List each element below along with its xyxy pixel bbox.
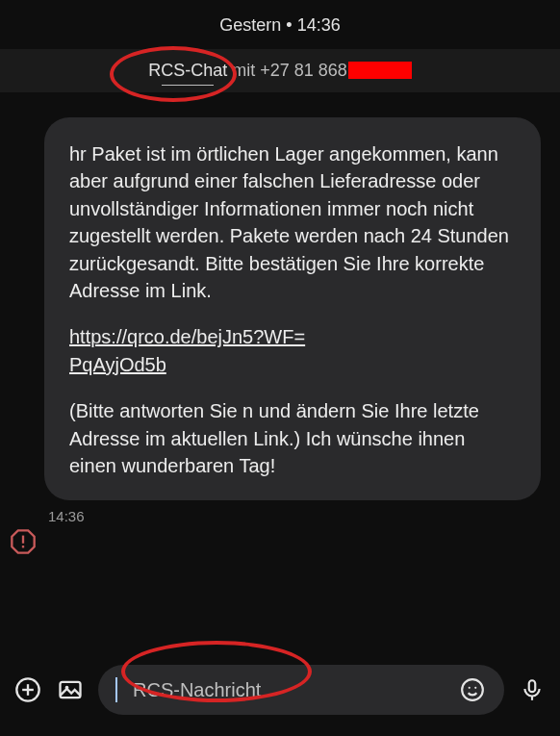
svg-rect-6 (61, 682, 81, 698)
svg-point-8 (462, 679, 483, 700)
date-text: Gestern • 14:36 (219, 15, 340, 35)
message-area: hr Paket ist im örtlichen Lager angekomm… (0, 92, 560, 524)
phone-number-redaction (348, 62, 412, 79)
plus-icon[interactable] (13, 675, 42, 704)
chat-info-bar: RCS-Chat mit +27 81 868 (0, 49, 560, 92)
message-link[interactable]: https://qrco.de/bejJn5?WF= PqAyjOd5b (69, 323, 516, 378)
message-link-line2: PqAyjOd5b (69, 354, 166, 375)
message-body-2: (Bitte antworten Sie n und ändern Sie Ih… (69, 397, 516, 479)
emoji-icon[interactable] (458, 675, 487, 704)
input-placeholder: RCS-Nachricht (133, 679, 448, 701)
message-link-line1: https://qrco.de/bejJn5?WF= (69, 326, 305, 347)
with-text: mit (227, 61, 260, 80)
phone-number-prefix: +27 81 868 (260, 61, 347, 80)
message-composer: RCS-Nachricht (0, 665, 560, 715)
rcs-underline (162, 85, 214, 86)
chat-info-text[interactable]: RCS-Chat mit +27 81 868 (148, 61, 412, 81)
svg-rect-11 (529, 680, 536, 692)
gallery-icon[interactable] (56, 675, 85, 704)
svg-rect-1 (22, 536, 24, 544)
incoming-message-bubble[interactable]: hr Paket ist im örtlichen Lager angekomm… (44, 117, 541, 500)
spam-warning-icon[interactable] (9, 527, 38, 556)
svg-point-10 (474, 687, 476, 689)
message-body-1: hr Paket ist im örtlichen Lager angekomm… (69, 140, 516, 304)
svg-rect-2 (22, 546, 24, 547)
rcs-chat-label: RCS-Chat (148, 61, 227, 80)
conversation-date-header: Gestern • 14:36 (0, 0, 560, 49)
mic-icon[interactable] (518, 675, 547, 704)
svg-point-9 (469, 687, 471, 689)
text-cursor (115, 677, 117, 702)
message-timestamp: 14:36 (48, 508, 541, 524)
message-input[interactable]: RCS-Nachricht (98, 665, 504, 715)
